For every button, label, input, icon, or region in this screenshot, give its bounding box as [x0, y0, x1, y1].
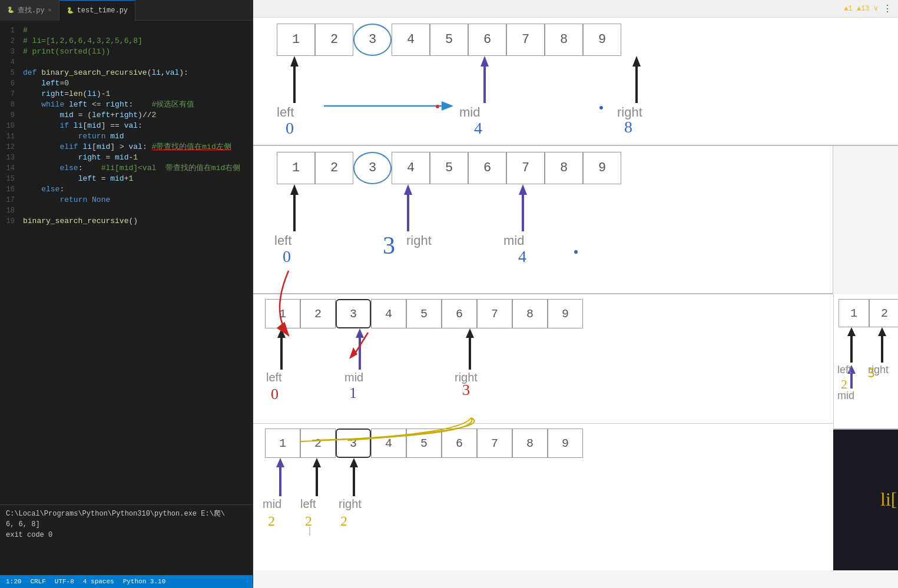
cell-4-2: 2: [300, 428, 336, 458]
svg-rect-11: [407, 195, 409, 231]
code-line-12: 12 elif li[mid] > val: #带查找的值在mid左侧: [0, 142, 253, 152]
hw-left-val-3: 0: [271, 386, 279, 403]
status-encoding: CRLF: [30, 578, 45, 585]
right-arrow-3: [462, 328, 478, 370]
terminal-panel: C:\Local\Programs\Python\Python310\pytho…: [0, 504, 253, 575]
cell-4-7: 7: [477, 428, 512, 458]
svg-rect-5: [635, 67, 638, 103]
warning-badge: ▲1 ▲13 ∨: [844, 4, 878, 13]
red-arrow-3: [344, 330, 374, 359]
section1: 1 2 3 4 5 6 7 8 9 left mid right: [253, 18, 898, 146]
section4: 1 2 3 4 5 6 7 8 9 mid left right 2 2: [253, 424, 833, 570]
status-indent: 4 spaces: [83, 578, 114, 585]
array-row-2: 1 2 3 4 5 6 7 8 9: [277, 152, 621, 184]
label-left-1: left: [277, 105, 294, 120]
line-content-16: else:: [21, 184, 64, 195]
svg-rect-13: [522, 195, 524, 231]
line-content-12: elif li[mid] > val: #带查找的值在mid左侧: [21, 142, 231, 152]
hw-right-val-1: 8: [624, 118, 632, 137]
code-line-1: 1 #: [0, 25, 253, 36]
label-left-4: left: [300, 497, 316, 511]
section2: 1 2 3 4 5 6 7 8 9 left 0: [253, 146, 833, 294]
line-num-13: 13: [0, 152, 21, 163]
tab-chazao[interactable]: 🐍 查找.py ✕: [0, 0, 59, 21]
tab-testtime-label: test_time.py: [77, 6, 128, 15]
python-icon2: 🐍: [67, 7, 74, 14]
hw-left-val-1: 0: [286, 119, 294, 138]
menu-dots: ⋮: [883, 3, 892, 15]
section3: 1 2 3 4 5 6 7 8 9 left mid right: [253, 294, 833, 424]
cell-3-5: 5: [406, 299, 442, 328]
cell-1-8: 8: [545, 24, 583, 56]
tab-bar: 🐍 查找.py ✕ 🐍 test_time.py: [0, 0, 253, 21]
hw-mid-val-3: 1: [349, 384, 357, 402]
hw-3-label: 3: [383, 231, 395, 260]
cell-2-7: 7: [506, 152, 545, 184]
cell-2-2: 2: [315, 152, 353, 184]
line-num-12: 12: [0, 142, 21, 152]
code-line-11: 11 return mid: [0, 131, 253, 142]
cell-1-7: 7: [506, 24, 545, 56]
tab-close-icon[interactable]: ✕: [48, 6, 52, 14]
line-content-13: right = mid-1: [21, 152, 138, 163]
hw-right-label: ʒ: [868, 364, 875, 378]
label-mid-2: mid: [503, 233, 524, 248]
mid-arrow-r: [844, 327, 859, 363]
line-content-5: def binary_search_recursive(li,val):: [21, 68, 188, 78]
line-num-3: 3: [0, 46, 21, 57]
right-arrow-4: [346, 458, 362, 496]
label-left-2: left: [274, 233, 291, 248]
label-mid-1: mid: [459, 105, 480, 120]
line-content-7: right=len(li)-1: [21, 89, 110, 99]
array-row-3: 1 2 3 4 5 6 7 8 9: [265, 299, 583, 328]
line-content-10: if li[mid] == val:: [21, 121, 143, 131]
cell-3-2: 2: [300, 299, 336, 328]
right-arrow-2: [399, 184, 417, 231]
tab-testtime[interactable]: 🐍 test_time.py: [59, 0, 135, 21]
label-left-r: left: [837, 364, 851, 376]
line-content-2: # li=[1,2,6,6,4,3,2,5,6,8]: [21, 36, 143, 46]
hw-right-val-3: 3: [462, 381, 470, 399]
diagram-panel: ▲1 ▲13 ∨ ⋮ 1 2 3 4 5 6 7 8 9: [253, 0, 898, 588]
cell-4-4: 4: [371, 428, 406, 458]
hw-left-val-r: 2: [841, 377, 847, 392]
code-line-6: 6 left=0: [0, 78, 253, 89]
line-num-7: 7: [0, 89, 21, 99]
svg-marker-32: [878, 327, 886, 336]
svg-marker-24: [276, 458, 284, 467]
cell-2-4: 4: [392, 152, 430, 184]
terminal-line-2: 6, 6, 8]: [6, 519, 247, 530]
blue-arrow-right-1: [324, 94, 453, 118]
blue-dot-1: [599, 106, 603, 109]
top-menu: ▲1 ▲13 ∨ ⋮: [253, 0, 898, 18]
line-num-19: 19: [0, 216, 21, 227]
cell-3-7: 7: [477, 299, 512, 328]
array-row-4: 1 2 3 4 5 6 7 8 9: [265, 428, 583, 458]
svg-rect-17: [280, 338, 283, 370]
hw-mid-val-4: 2: [268, 513, 275, 529]
code-line-2: 2 # li=[1,2,6,6,4,3,2,5,6,8]: [0, 36, 253, 46]
cell-3-1: 1: [265, 299, 300, 328]
left-arrow-3: [274, 328, 289, 370]
line-content-9: mid = (left+right)//2: [21, 110, 156, 121]
line-num-4: 4: [0, 57, 21, 68]
cell-2-8: 8: [545, 152, 583, 184]
line-num-14: 14: [0, 163, 21, 174]
line-content-6: left=0: [21, 78, 69, 89]
cell-1-2: 2: [315, 24, 353, 56]
tab-chazao-label: 查找.py: [18, 5, 45, 15]
code-line-5: 5 def binary_search_recursive(li,val):: [0, 68, 253, 78]
line-num-16: 16: [0, 184, 21, 195]
svg-rect-27: [316, 467, 318, 496]
cell-4-9: 9: [548, 428, 583, 458]
cell-4-3: 3: [336, 428, 371, 458]
cell-1-6: 6: [468, 24, 506, 56]
line-content-1: #: [21, 25, 28, 36]
line-content-8: while left <= right: #候选区有值: [21, 99, 194, 110]
label-right-4: right: [339, 497, 362, 511]
svg-rect-29: [353, 467, 355, 496]
terminal-line-1: C:\Local\Programs\Python\Python310\pytho…: [6, 509, 247, 519]
line-num-17: 17: [0, 195, 21, 205]
code-area[interactable]: 1 # 2 # li=[1,2,6,6,4,3,2,5,6,8] 3 # pri…: [0, 21, 253, 504]
svg-marker-0: [290, 56, 299, 67]
